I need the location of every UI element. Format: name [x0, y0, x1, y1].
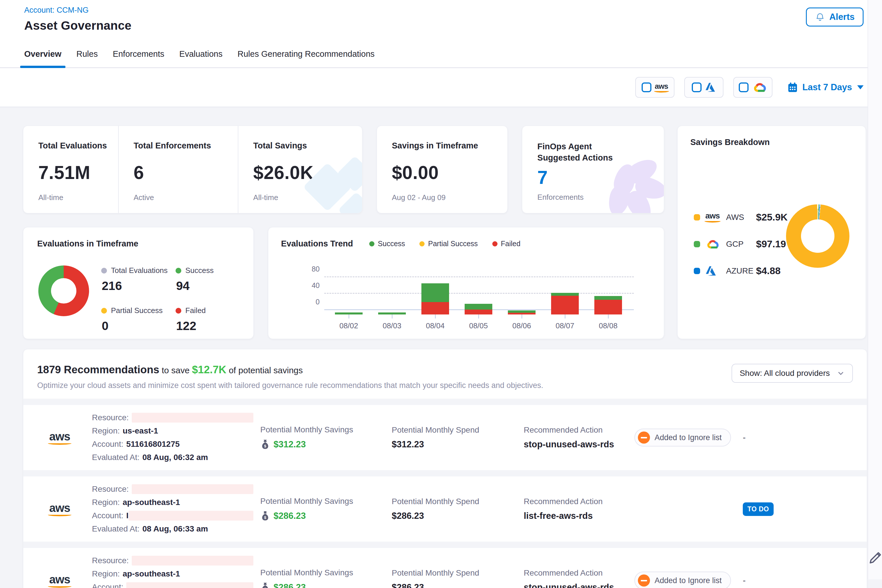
provider-savings: $4.88 — [756, 265, 780, 276]
total-evaluations-subtitle: All-time — [38, 193, 118, 202]
cloud-provider-filter-dropdown[interactable]: Show: All cloud providers — [732, 364, 853, 383]
legend-value: 122 — [176, 319, 214, 333]
legend-label: Partial Success — [111, 306, 163, 315]
svg-text:$: $ — [264, 587, 266, 588]
pencil-icon[interactable] — [868, 549, 882, 567]
alerts-button[interactable]: Alerts — [806, 8, 864, 27]
tab-evaluations[interactable]: Evaluations — [179, 40, 222, 68]
x-axis-tick-label: 08/07 — [555, 321, 574, 330]
monthly-spend-label: Potential Monthly Spend — [392, 568, 524, 578]
total-evaluations-title: Total Evaluations — [38, 141, 118, 150]
savings-breakdown-card: Savings Breakdown aws AWS $25.9K — [677, 126, 866, 339]
x-axis-tick-label: 08/04 — [426, 321, 444, 330]
aws-logo-icon: aws — [655, 82, 668, 93]
trend-legend: Success Partial Success Failed — [369, 240, 520, 248]
minus-circle-icon — [638, 432, 650, 444]
status-dash: - — [743, 576, 867, 585]
added-to-ignore-list-badge[interactable]: Added to Ignore list — [634, 572, 731, 588]
recommendation-row[interactable]: aws Resource: Region:us-east-1 Account:5… — [23, 405, 867, 470]
bell-icon — [815, 12, 825, 22]
minus-circle-icon — [638, 574, 650, 586]
aws-logo-icon: aws — [49, 430, 70, 445]
filter-bar: aws Last 7 Days — [0, 68, 882, 107]
aws-checkbox[interactable] — [642, 82, 651, 92]
chevron-down-icon — [857, 86, 864, 89]
main-content: Total Evaluations 7.51M All-time Total E… — [0, 107, 867, 588]
finops-agent-title: FinOps Agent Suggested Actions — [537, 141, 632, 164]
bar-segment-success — [422, 284, 449, 302]
heading-text: to save — [162, 366, 190, 375]
savings-breakdown-donut-chart — [786, 204, 849, 268]
bar-segment-success — [465, 304, 492, 310]
account-value: 511616801275 — [126, 440, 180, 449]
recommendations-subtitle: Optimize your cloud assets and minimize … — [37, 381, 543, 390]
recommended-action-value: stop-unused-aws-rds — [524, 582, 614, 588]
gcp-filter-chip[interactable] — [733, 77, 772, 98]
evaluated-at-value: 08 Aug, 06:32 am — [142, 453, 208, 462]
evaluated-at-value: 08 Aug, 06:33 am — [142, 524, 208, 534]
tab-bar: Overview Rules Enforcements Evaluations … — [0, 40, 882, 68]
legend-partial-success[interactable]: Partial Success — [419, 240, 478, 248]
azure-swatch — [694, 268, 700, 274]
gcp-logo-icon — [752, 82, 767, 93]
monthly-savings-label: Potential Monthly Savings — [260, 496, 392, 506]
bar-segment-success — [335, 312, 363, 315]
savings-in-timeframe-subtitle: Aug 02 - Aug 09 — [392, 193, 508, 202]
gcp-swatch — [694, 241, 700, 247]
todo-badge[interactable]: TO DO — [743, 502, 774, 516]
legend-failed[interactable]: Failed — [492, 240, 520, 248]
account-label: Account: — [92, 511, 123, 520]
page-header: Account: CCM-NG Asset Governance Alerts — [0, 0, 882, 40]
region-label: Region: — [92, 426, 120, 435]
evaluated-at-label: Evaluated At: — [92, 453, 140, 462]
evaluations-trend-card: Evaluations Trend Success Partial Succes… — [268, 227, 664, 339]
tab-overview[interactable]: Overview — [24, 40, 62, 68]
aws-swatch — [694, 214, 700, 220]
page-title: Asset Governance — [24, 19, 865, 33]
trend-bar-group: 08/07 — [543, 266, 586, 330]
azure-checkbox[interactable] — [692, 82, 702, 92]
status-dash: - — [743, 433, 867, 442]
redacted-account-value — [129, 511, 254, 520]
ignore-badge-label: Added to Ignore list — [655, 433, 722, 442]
account-breadcrumb-link[interactable]: Account: CCM-NG — [24, 6, 89, 15]
date-range-picker[interactable]: Last 7 Days — [787, 82, 864, 93]
provider-name: GCP — [726, 240, 756, 249]
recommended-action-label: Recommended Action — [524, 497, 634, 506]
provider-name: AWS — [726, 213, 756, 222]
total-enforcements-value: 6 — [134, 162, 238, 183]
azure-logo-icon — [705, 266, 717, 276]
legend-value: 94 — [176, 279, 214, 293]
total-enforcements-title: Total Enforcements — [134, 141, 238, 150]
azure-filter-chip[interactable] — [684, 77, 723, 98]
date-range-label: Last 7 Days — [802, 82, 852, 93]
stats-card: Total Evaluations 7.51M All-time Total E… — [23, 126, 362, 213]
success-dot — [369, 241, 374, 246]
evaluations-in-timeframe-card: Evaluations in Timeframe Total Evaluatio… — [23, 227, 254, 339]
partial-success-dot — [101, 308, 107, 314]
provider-name: AZURE — [726, 266, 756, 276]
savings-breakdown-title: Savings Breakdown — [690, 138, 866, 147]
redacted-account-value — [126, 582, 254, 588]
x-axis-tick-label: 08/08 — [598, 321, 617, 330]
chevron-down-icon — [837, 369, 845, 377]
aws-filter-chip[interactable]: aws — [635, 77, 675, 98]
provider-savings: $97.19 — [756, 238, 786, 250]
tab-rules[interactable]: Rules — [76, 40, 98, 68]
money-bag-icon: $ — [260, 582, 270, 588]
legend-success[interactable]: Success — [369, 240, 405, 248]
recommendation-row[interactable]: aws Resource: Region:ap-southeast-1 Acco… — [23, 548, 867, 588]
tab-enforcements[interactable]: Enforcements — [113, 40, 164, 68]
total-evaluations-dot — [101, 268, 107, 273]
gcp-checkbox[interactable] — [739, 82, 748, 92]
aws-logo-icon: aws — [49, 574, 70, 588]
resource-label: Resource: — [92, 413, 129, 422]
recommendations-panel: 1879 Recommendations to save $12.7K of p… — [23, 349, 867, 588]
added-to-ignore-list-badge[interactable]: Added to Ignore list — [634, 429, 731, 447]
money-bag-icon: $ — [260, 510, 270, 521]
scrollbar-gutter — [868, 0, 882, 579]
bar-segment-failed — [551, 296, 579, 315]
recommendations-count: 1879 Recommendations — [37, 364, 159, 376]
tab-rules-generating-recommendations[interactable]: Rules Generating Recommendations — [237, 40, 375, 68]
recommendation-row[interactable]: aws Resource: Region:ap-southeast-1 Acco… — [23, 477, 867, 542]
